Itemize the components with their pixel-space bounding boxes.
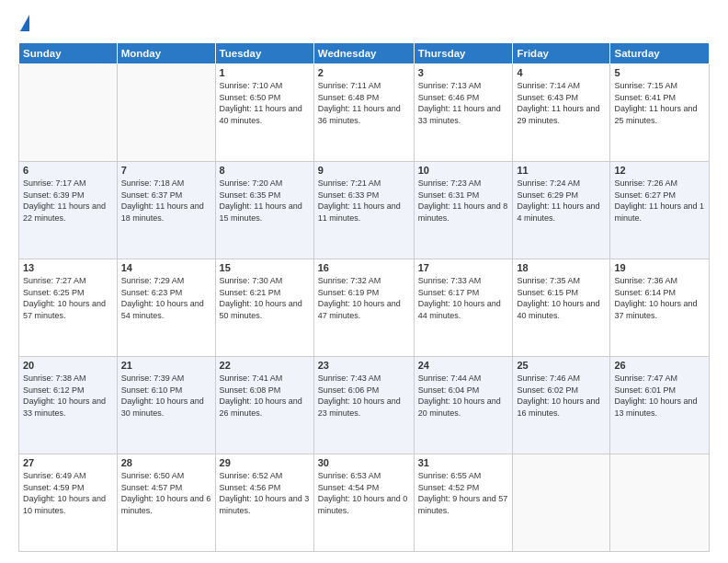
- day-number: 2: [318, 67, 410, 78]
- day-number: 23: [318, 360, 410, 371]
- day-number: 16: [318, 262, 410, 273]
- calendar-cell: [117, 64, 215, 162]
- day-number: 9: [318, 165, 410, 176]
- header: [18, 15, 710, 33]
- day-number: 6: [23, 165, 113, 176]
- calendar-cell: 7Sunrise: 7:18 AMSunset: 6:37 PMDaylight…: [117, 162, 215, 259]
- day-info: Sunrise: 7:10 AMSunset: 6:50 PMDaylight:…: [220, 80, 310, 126]
- day-number: 11: [517, 165, 606, 176]
- calendar-cell: 30Sunrise: 6:53 AMSunset: 4:54 PMDayligh…: [313, 454, 414, 552]
- calendar-cell: 13Sunrise: 7:27 AMSunset: 6:25 PMDayligh…: [19, 259, 118, 357]
- week-row-5: 27Sunrise: 6:49 AMSunset: 4:59 PMDayligh…: [19, 454, 710, 552]
- day-info: Sunrise: 7:11 AMSunset: 6:48 PMDaylight:…: [318, 80, 410, 126]
- day-info: Sunrise: 7:44 AMSunset: 6:04 PMDaylight:…: [418, 373, 509, 419]
- calendar-cell: 18Sunrise: 7:35 AMSunset: 6:15 PMDayligh…: [513, 259, 610, 357]
- day-info: Sunrise: 6:50 AMSunset: 4:57 PMDaylight:…: [121, 470, 211, 516]
- calendar-cell: 5Sunrise: 7:15 AMSunset: 6:41 PMDaylight…: [610, 64, 710, 162]
- calendar-cell: 23Sunrise: 7:43 AMSunset: 6:06 PMDayligh…: [313, 357, 414, 454]
- day-info: Sunrise: 6:52 AMSunset: 4:56 PMDaylight:…: [220, 470, 310, 516]
- calendar-cell: 26Sunrise: 7:47 AMSunset: 6:01 PMDayligh…: [610, 357, 710, 454]
- day-info: Sunrise: 7:14 AMSunset: 6:43 PMDaylight:…: [517, 80, 606, 126]
- day-info: Sunrise: 7:24 AMSunset: 6:29 PMDaylight:…: [517, 178, 606, 224]
- day-info: Sunrise: 7:39 AMSunset: 6:10 PMDaylight:…: [121, 373, 211, 419]
- calendar-cell: 24Sunrise: 7:44 AMSunset: 6:04 PMDayligh…: [414, 357, 513, 454]
- calendar-cell: 1Sunrise: 7:10 AMSunset: 6:50 PMDaylight…: [215, 64, 313, 162]
- day-info: Sunrise: 6:55 AMSunset: 4:52 PMDaylight:…: [418, 470, 509, 516]
- calendar-cell: 28Sunrise: 6:50 AMSunset: 4:57 PMDayligh…: [117, 454, 215, 552]
- day-info: Sunrise: 7:35 AMSunset: 6:15 PMDaylight:…: [517, 275, 606, 321]
- calendar-cell: 16Sunrise: 7:32 AMSunset: 6:19 PMDayligh…: [313, 259, 414, 357]
- day-info: Sunrise: 7:38 AMSunset: 6:12 PMDaylight:…: [23, 373, 113, 419]
- calendar-cell: 27Sunrise: 6:49 AMSunset: 4:59 PMDayligh…: [19, 454, 118, 552]
- day-info: Sunrise: 7:18 AMSunset: 6:37 PMDaylight:…: [121, 178, 211, 224]
- day-number: 15: [220, 262, 310, 273]
- weekday-header-wednesday: Wednesday: [313, 43, 414, 64]
- week-row-3: 13Sunrise: 7:27 AMSunset: 6:25 PMDayligh…: [19, 259, 710, 357]
- calendar-cell: 12Sunrise: 7:26 AMSunset: 6:27 PMDayligh…: [610, 162, 710, 259]
- calendar-cell: 21Sunrise: 7:39 AMSunset: 6:10 PMDayligh…: [117, 357, 215, 454]
- day-info: Sunrise: 7:36 AMSunset: 6:14 PMDaylight:…: [614, 275, 705, 321]
- day-number: 10: [418, 165, 509, 176]
- calendar-cell: 10Sunrise: 7:23 AMSunset: 6:31 PMDayligh…: [414, 162, 513, 259]
- day-info: Sunrise: 7:26 AMSunset: 6:27 PMDaylight:…: [614, 178, 705, 224]
- day-number: 29: [220, 457, 310, 468]
- logo-triangle-icon: [20, 15, 29, 31]
- calendar-cell: [610, 454, 710, 552]
- day-info: Sunrise: 7:47 AMSunset: 6:01 PMDaylight:…: [614, 373, 705, 419]
- day-info: Sunrise: 7:41 AMSunset: 6:08 PMDaylight:…: [220, 373, 310, 419]
- day-number: 14: [121, 262, 211, 273]
- calendar-cell: 29Sunrise: 6:52 AMSunset: 4:56 PMDayligh…: [215, 454, 313, 552]
- day-number: 5: [614, 67, 705, 78]
- calendar-cell: 11Sunrise: 7:24 AMSunset: 6:29 PMDayligh…: [513, 162, 610, 259]
- calendar-cell: 22Sunrise: 7:41 AMSunset: 6:08 PMDayligh…: [215, 357, 313, 454]
- calendar-cell: 20Sunrise: 7:38 AMSunset: 6:12 PMDayligh…: [19, 357, 118, 454]
- day-info: Sunrise: 7:15 AMSunset: 6:41 PMDaylight:…: [614, 80, 705, 126]
- calendar-cell: 4Sunrise: 7:14 AMSunset: 6:43 PMDaylight…: [513, 64, 610, 162]
- calendar-cell: 8Sunrise: 7:20 AMSunset: 6:35 PMDaylight…: [215, 162, 313, 259]
- day-info: Sunrise: 7:32 AMSunset: 6:19 PMDaylight:…: [318, 275, 410, 321]
- calendar-cell: 2Sunrise: 7:11 AMSunset: 6:48 PMDaylight…: [313, 64, 414, 162]
- week-row-4: 20Sunrise: 7:38 AMSunset: 6:12 PMDayligh…: [19, 357, 710, 454]
- day-number: 26: [614, 360, 705, 371]
- week-row-2: 6Sunrise: 7:17 AMSunset: 6:39 PMDaylight…: [19, 162, 710, 259]
- day-number: 30: [318, 457, 410, 468]
- day-info: Sunrise: 7:20 AMSunset: 6:35 PMDaylight:…: [220, 178, 310, 224]
- day-info: Sunrise: 7:46 AMSunset: 6:02 PMDaylight:…: [517, 373, 606, 419]
- day-number: 24: [418, 360, 509, 371]
- logo-text: [18, 15, 29, 33]
- day-info: Sunrise: 7:33 AMSunset: 6:17 PMDaylight:…: [418, 275, 509, 321]
- day-number: 21: [121, 360, 211, 371]
- calendar-cell: [513, 454, 610, 552]
- day-number: 1: [220, 67, 310, 78]
- weekday-header-sunday: Sunday: [19, 43, 118, 64]
- weekday-header-row: SundayMondayTuesdayWednesdayThursdayFrid…: [19, 43, 710, 64]
- calendar-table: SundayMondayTuesdayWednesdayThursdayFrid…: [18, 42, 710, 552]
- calendar-cell: 15Sunrise: 7:30 AMSunset: 6:21 PMDayligh…: [215, 259, 313, 357]
- day-number: 28: [121, 457, 211, 468]
- calendar-cell: 9Sunrise: 7:21 AMSunset: 6:33 PMDaylight…: [313, 162, 414, 259]
- week-row-1: 1Sunrise: 7:10 AMSunset: 6:50 PMDaylight…: [19, 64, 710, 162]
- day-number: 13: [23, 262, 113, 273]
- weekday-header-thursday: Thursday: [414, 43, 513, 64]
- logo: [18, 15, 29, 33]
- day-number: 31: [418, 457, 509, 468]
- day-number: 18: [517, 262, 606, 273]
- day-number: 7: [121, 165, 211, 176]
- day-info: Sunrise: 7:27 AMSunset: 6:25 PMDaylight:…: [23, 275, 113, 321]
- day-info: Sunrise: 7:17 AMSunset: 6:39 PMDaylight:…: [23, 178, 113, 224]
- calendar-cell: 19Sunrise: 7:36 AMSunset: 6:14 PMDayligh…: [610, 259, 710, 357]
- day-info: Sunrise: 7:29 AMSunset: 6:23 PMDaylight:…: [121, 275, 211, 321]
- calendar-cell: 25Sunrise: 7:46 AMSunset: 6:02 PMDayligh…: [513, 357, 610, 454]
- weekday-header-friday: Friday: [513, 43, 610, 64]
- calendar-cell: 6Sunrise: 7:17 AMSunset: 6:39 PMDaylight…: [19, 162, 118, 259]
- day-info: Sunrise: 7:43 AMSunset: 6:06 PMDaylight:…: [318, 373, 410, 419]
- day-number: 22: [220, 360, 310, 371]
- day-number: 27: [23, 457, 113, 468]
- day-number: 12: [614, 165, 705, 176]
- weekday-header-monday: Monday: [117, 43, 215, 64]
- day-number: 20: [23, 360, 113, 371]
- day-info: Sunrise: 7:21 AMSunset: 6:33 PMDaylight:…: [318, 178, 410, 224]
- calendar-page: SundayMondayTuesdayWednesdayThursdayFrid…: [0, 0, 728, 563]
- day-info: Sunrise: 6:53 AMSunset: 4:54 PMDaylight:…: [318, 470, 410, 516]
- calendar-cell: 3Sunrise: 7:13 AMSunset: 6:46 PMDaylight…: [414, 64, 513, 162]
